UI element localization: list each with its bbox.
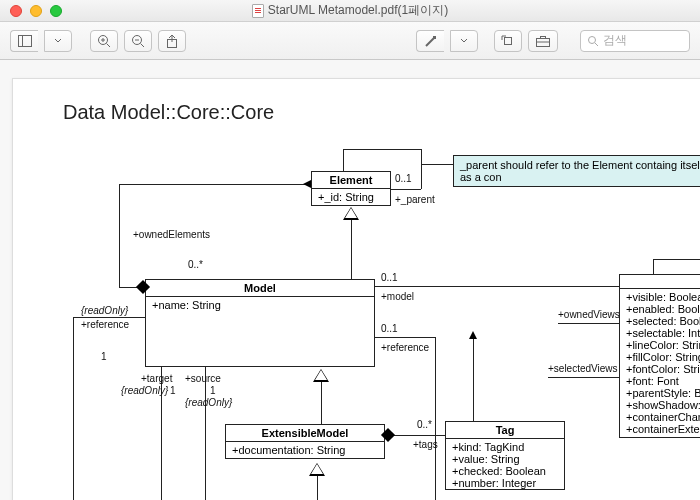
class-attr: +visible: Boolean bbox=[626, 291, 700, 303]
class-attr: +selectable: Intege bbox=[626, 327, 700, 339]
constraint-readonly: {readOnly} bbox=[185, 397, 232, 408]
class-attr: +lineColor: String bbox=[626, 339, 700, 351]
class-attr: +kind: TagKind bbox=[452, 441, 558, 453]
class-extensiblemodel: ExtensibleModel +documentation: String bbox=[225, 424, 385, 459]
document-icon bbox=[252, 4, 264, 18]
uml-note: _parent should refer to the Element cont… bbox=[453, 155, 700, 187]
zoom-in-icon bbox=[97, 34, 111, 48]
class-tag: Tag +kind: TagKind +value: String +check… bbox=[445, 421, 565, 490]
toolbox-icon bbox=[535, 35, 551, 47]
constraint-readonly: {readOnly} bbox=[121, 385, 168, 396]
mult-1: 1 bbox=[170, 385, 176, 396]
window-titlebar: StarUML Metamodel.pdf(1페이지) bbox=[0, 0, 700, 22]
toolbar: 검색 bbox=[0, 22, 700, 60]
mult-01: 0..1 bbox=[381, 272, 398, 283]
pencil-icon bbox=[424, 34, 438, 48]
svg-line-11 bbox=[426, 38, 434, 46]
role-ownedelements: +ownedElements bbox=[133, 229, 210, 240]
search-input[interactable]: 검색 bbox=[580, 30, 690, 52]
mult-01: 0..1 bbox=[395, 173, 412, 184]
class-name: Tag bbox=[446, 422, 564, 439]
svg-line-3 bbox=[107, 43, 111, 47]
mult-01: 0..1 bbox=[381, 323, 398, 334]
svg-rect-12 bbox=[433, 36, 436, 39]
chevron-down-icon bbox=[54, 38, 62, 44]
svg-rect-15 bbox=[541, 36, 546, 38]
sidebar-menu-button[interactable] bbox=[44, 30, 72, 52]
class-attr: +selected: Boolean bbox=[626, 315, 700, 327]
document-viewport[interactable]: Data Model::Core::Core _parent should re… bbox=[0, 60, 700, 500]
role-target: +target bbox=[141, 373, 172, 384]
class-element: Element +_id: String bbox=[311, 171, 391, 206]
mult-1: 1 bbox=[210, 385, 216, 396]
pdf-page: Data Model::Core::Core _parent should re… bbox=[12, 78, 700, 500]
role-reference: +reference bbox=[81, 319, 129, 330]
svg-line-18 bbox=[595, 43, 598, 46]
window-title-text: StarUML Metamodel.pdf(1페이지) bbox=[268, 2, 448, 19]
svg-rect-0 bbox=[18, 35, 31, 46]
class-attr: +_id: String bbox=[312, 189, 390, 205]
class-name: Element bbox=[312, 172, 390, 189]
mult-1: 1 bbox=[101, 351, 107, 362]
role-ownedviews: +ownedViews bbox=[558, 309, 620, 320]
zoom-out-button[interactable] bbox=[124, 30, 152, 52]
markup-button[interactable] bbox=[528, 30, 558, 52]
share-icon bbox=[166, 34, 178, 48]
class-attr: +value: String bbox=[452, 453, 558, 465]
sidebar-toggle-button[interactable] bbox=[10, 30, 38, 52]
class-attr: +fontColor: String bbox=[626, 363, 700, 375]
role-source: +source bbox=[185, 373, 221, 384]
svg-line-7 bbox=[141, 43, 145, 47]
share-button[interactable] bbox=[158, 30, 186, 52]
class-attr: +enabled: Boolean bbox=[626, 303, 700, 315]
role-reference: +reference bbox=[381, 342, 429, 353]
role-model: +model bbox=[381, 291, 414, 302]
svg-rect-13 bbox=[505, 37, 512, 44]
chevron-down-icon bbox=[460, 38, 468, 44]
search-placeholder: 검색 bbox=[603, 32, 627, 49]
class-attr: +showShadow: Bo bbox=[626, 399, 700, 411]
rotate-button[interactable] bbox=[494, 30, 522, 52]
class-attr: +checked: Boolean bbox=[452, 465, 558, 477]
role-tags: +tags bbox=[413, 439, 438, 450]
role-selectedviews: +selectedViews bbox=[548, 363, 618, 374]
constraint-readonly: {readOnly} bbox=[81, 305, 128, 316]
annotate-menu-button[interactable] bbox=[450, 30, 478, 52]
class-attr: +parentStyle: Boole bbox=[626, 387, 700, 399]
zoom-out-icon bbox=[131, 34, 145, 48]
class-name: ExtensibleModel bbox=[226, 425, 384, 442]
search-icon bbox=[587, 35, 599, 47]
role-parent: +_parent bbox=[395, 194, 435, 205]
svg-point-17 bbox=[589, 36, 596, 43]
sidebar-icon bbox=[18, 35, 32, 47]
mult-0s: 0..* bbox=[417, 419, 432, 430]
class-name: Model bbox=[146, 280, 374, 297]
mult-0s: 0..* bbox=[188, 259, 203, 270]
class-attr: +font: Font bbox=[626, 375, 700, 387]
class-attr: +containerChange bbox=[626, 411, 700, 423]
rotate-icon bbox=[501, 34, 515, 48]
class-attr: +number: Integer bbox=[452, 477, 558, 489]
class-attr: +containerExtendin bbox=[626, 423, 700, 435]
class-model: Model +name: String bbox=[145, 279, 375, 367]
window-title: StarUML Metamodel.pdf(1페이지) bbox=[0, 2, 700, 19]
zoom-in-button[interactable] bbox=[90, 30, 118, 52]
class-attr: +fillColor: String bbox=[626, 351, 700, 363]
class-view: +visible: Boolean +enabled: Boolean +sel… bbox=[619, 274, 700, 438]
class-attr: +name: String bbox=[146, 297, 374, 357]
class-attr: +documentation: String bbox=[226, 442, 384, 458]
diagram-title: Data Model::Core::Core bbox=[63, 101, 274, 124]
annotate-button[interactable] bbox=[416, 30, 444, 52]
